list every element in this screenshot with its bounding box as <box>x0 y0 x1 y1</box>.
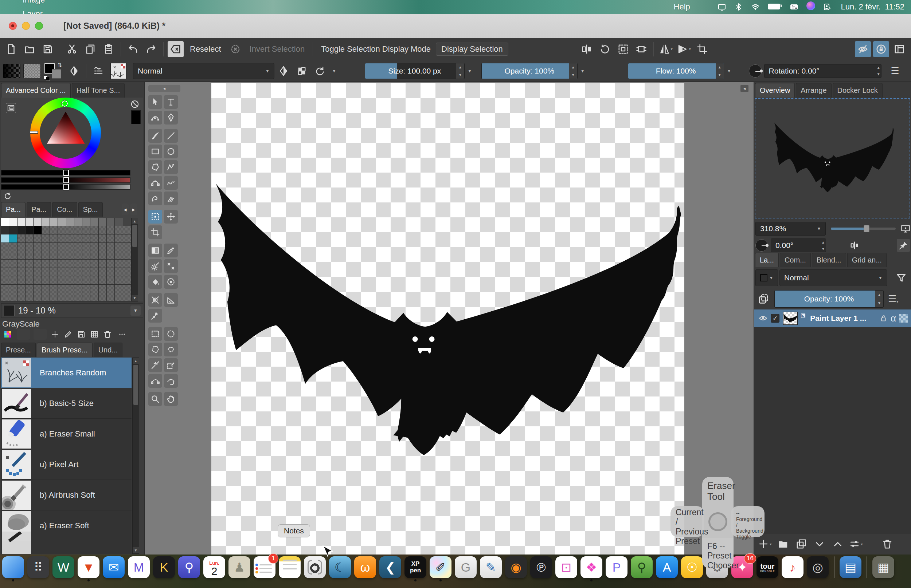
palette-swatch-#f4f4f4[interactable] <box>9 218 17 226</box>
layer-docker-tab-1[interactable]: Com... <box>780 253 811 267</box>
palette-swatch-empty[interactable] <box>66 226 74 234</box>
fit-to-screen-icon[interactable] <box>900 223 911 234</box>
dock-app-finder[interactable] <box>2 556 24 578</box>
palette-tab-3[interactable]: Sp... <box>78 202 103 216</box>
siri-icon[interactable] <box>806 2 815 12</box>
palette-swatch-#767676[interactable] <box>90 218 98 226</box>
dock-app-turntable-app[interactable]: ◎ <box>807 556 828 578</box>
folder-layer-button[interactable] <box>775 536 791 552</box>
rotation-dial[interactable] <box>749 65 762 78</box>
palette-swatch-empty[interactable] <box>66 251 74 259</box>
palette-swatch-#e9e9e9[interactable] <box>18 218 25 226</box>
pin-docker-icon[interactable] <box>897 239 910 252</box>
edit-swatch-icon[interactable] <box>63 329 73 340</box>
palette-swatch-empty[interactable] <box>66 260 74 268</box>
overview-thumbnail[interactable] <box>755 98 910 218</box>
dock-app-krita[interactable]: ✐ <box>430 556 452 578</box>
resize-canvas-button[interactable] <box>615 41 631 57</box>
palette-swatch-empty[interactable] <box>26 293 33 301</box>
toolbar-overflow-menu[interactable]: ☰ <box>891 65 899 76</box>
input-source-icon[interactable] <box>789 3 798 11</box>
palette-swatch-empty[interactable] <box>107 251 114 259</box>
polygon-tool[interactable] <box>148 160 162 174</box>
palette-swatch-empty[interactable] <box>9 293 17 301</box>
ellipse-tool[interactable] <box>164 145 178 158</box>
layer-row[interactable]: ✓ ⬔ Paint Layer 1 ... α <box>754 310 911 327</box>
palette-swatch-empty[interactable] <box>107 243 114 251</box>
palette-swatch-empty[interactable] <box>58 251 66 259</box>
palette-swatch-empty[interactable] <box>75 268 82 276</box>
palette-swatch-empty[interactable] <box>50 285 58 293</box>
trash-layer-button[interactable] <box>879 536 895 552</box>
layer-thumbnail[interactable] <box>783 312 798 325</box>
dock-app-passwords-app[interactable]: ⚲ <box>178 556 200 578</box>
palette-swatch-empty[interactable] <box>42 251 50 259</box>
canvas[interactable] <box>211 83 684 554</box>
palette-swatch-empty[interactable] <box>18 276 25 284</box>
mirror-vertical-button[interactable]: ▾ <box>658 41 674 57</box>
crop-tool[interactable] <box>148 225 162 239</box>
palette-swatch-empty[interactable] <box>99 285 106 293</box>
palette-tabs-right-icon[interactable]: ▸ <box>130 204 137 215</box>
dock-app-calendar[interactable]: Lun.2 <box>203 556 225 578</box>
gradient-chooser[interactable] <box>3 64 20 78</box>
palette-swatch-empty[interactable] <box>107 293 114 301</box>
palette-swatch-empty[interactable] <box>99 226 106 234</box>
dock-app-kindle[interactable]: ☾ <box>329 556 351 578</box>
palette-swatch-empty[interactable] <box>34 243 41 251</box>
palette-swatch-empty[interactable] <box>83 268 90 276</box>
dock-app-pink-display-app[interactable]: ⊡ <box>555 556 577 578</box>
dock-app-reminders[interactable]: 1 <box>254 556 276 578</box>
palette-swatch-empty[interactable] <box>123 251 131 259</box>
palette-swatch-empty[interactable] <box>90 243 98 251</box>
transform-tool[interactable] <box>148 210 162 223</box>
dock-app-frog-lock-app[interactable]: ⚲ <box>631 556 653 578</box>
dock-app-keys-app[interactable]: K <box>153 556 175 578</box>
palette-swatch-empty[interactable] <box>107 268 114 276</box>
palette-swatch-empty[interactable] <box>9 260 17 268</box>
palette-swatch-empty[interactable] <box>42 293 50 301</box>
polyline-tool[interactable] <box>164 160 178 174</box>
dock-app-xp-pen[interactable]: XPpen <box>404 556 426 578</box>
dock-app-files-cabinet[interactable]: ▤ <box>840 556 861 578</box>
palette-swatch-empty[interactable] <box>58 260 66 268</box>
crop-frame-button[interactable] <box>694 41 710 57</box>
palette-swatch-empty[interactable] <box>50 243 58 251</box>
palette-swatch-#282828[interactable] <box>9 226 17 234</box>
multibrush-tool[interactable] <box>164 192 178 205</box>
palette-swatch-empty[interactable] <box>34 234 41 242</box>
palette-swatch-empty[interactable] <box>83 234 90 242</box>
palette-swatch-empty[interactable] <box>42 260 50 268</box>
bluetooth-icon[interactable] <box>734 3 743 11</box>
palette-swatch-empty[interactable] <box>75 234 82 242</box>
reload-preset-button[interactable] <box>312 63 328 79</box>
palette-swatch-empty[interactable] <box>26 260 33 268</box>
eraser-mode-button[interactable] <box>276 63 292 79</box>
dock-app-green-w-app[interactable]: W <box>52 556 75 578</box>
brush-preset-u-pixel-art[interactable]: u) Pixel Art <box>1 449 131 480</box>
layer-blending-mode-select[interactable]: Normal▼ <box>780 270 887 286</box>
pan-tool[interactable] <box>164 392 178 406</box>
background-color[interactable] <box>52 69 61 79</box>
save-palette-icon[interactable] <box>76 329 86 340</box>
duplicate-layer-button[interactable] <box>793 536 809 552</box>
refresh-shades-icon[interactable] <box>3 191 12 200</box>
brush-preset-b-basic-5-size[interactable]: b) Basic-5 Size <box>1 388 131 419</box>
magnetic-select-tool[interactable] <box>164 374 178 388</box>
reference-images-tool[interactable] <box>148 309 162 323</box>
palette-swatch-empty[interactable] <box>123 260 131 268</box>
preset-scrollbar[interactable]: ▲ ▼ <box>132 357 139 554</box>
rect-select-tool[interactable] <box>148 327 162 341</box>
palette-swatch-empty[interactable] <box>18 243 25 251</box>
palette-swatch-empty[interactable] <box>42 276 50 284</box>
edit-brush-settings-button[interactable] <box>90 63 106 79</box>
palette-swatch-empty[interactable] <box>66 293 74 301</box>
palette-swatch-empty[interactable] <box>90 260 98 268</box>
palette-swatch-empty[interactable] <box>107 234 114 242</box>
select-shapes-tool[interactable] <box>148 95 162 109</box>
dock-app-books[interactable]: ω <box>354 556 376 578</box>
palette-swatch-empty[interactable] <box>115 226 122 234</box>
zoom-slider[interactable] <box>831 228 895 230</box>
ellipse-select-tool[interactable] <box>164 327 178 341</box>
palette-swatch-empty[interactable] <box>1 260 9 268</box>
